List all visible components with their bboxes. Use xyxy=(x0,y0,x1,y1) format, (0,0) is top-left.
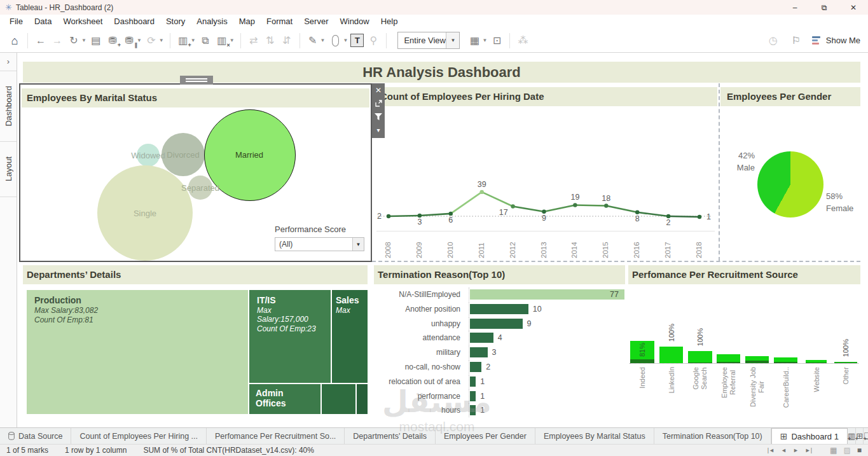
sheet-tab-data-source[interactable]: Data Source xyxy=(0,428,71,444)
line-segment[interactable] xyxy=(389,216,420,216)
menu-item-format[interactable]: Format xyxy=(261,15,298,29)
treemap-cell-it-is[interactable]: IT/ISMax Salary:157,000Count Of Emp:23 xyxy=(249,290,331,383)
bar-linkedin[interactable] xyxy=(659,347,683,363)
show-marks-button[interactable]: ▦▼ xyxy=(467,34,487,48)
chevron-down-icon[interactable]: ▼ xyxy=(482,38,487,43)
bar-hours[interactable] xyxy=(470,405,476,415)
line-segment[interactable] xyxy=(606,206,637,212)
bar-website[interactable] xyxy=(806,360,827,363)
minimize-button[interactable]: – xyxy=(780,0,809,15)
menu-item-story[interactable]: Story xyxy=(160,15,191,29)
panel-drag-handle[interactable] xyxy=(180,76,213,85)
bar-careerbuild[interactable] xyxy=(774,357,797,363)
line-segment[interactable] xyxy=(544,205,575,211)
bar-no-call-no-show[interactable] xyxy=(470,362,481,372)
use-as-filter-button[interactable] xyxy=(372,110,385,123)
treemap-cell-admin-offices[interactable]: Admin Offices xyxy=(249,384,320,414)
sidebar-tab-layout[interactable]: Layout xyxy=(0,142,17,197)
chevron-down-icon[interactable]: ▼ xyxy=(81,38,86,43)
home-button[interactable]: ⌂ xyxy=(8,34,22,48)
bar-performance[interactable] xyxy=(470,391,476,401)
line-segment[interactable] xyxy=(668,216,699,217)
restore-button[interactable]: ⧉ xyxy=(809,0,839,15)
sheet-tab-count-of-employees-per-hiring[interactable]: Count of Employees Per Hiring ... xyxy=(71,428,207,444)
treemap-cell-item[interactable] xyxy=(357,384,368,414)
clear-sheet-button[interactable]: ▥×▼ xyxy=(215,34,235,48)
chevron-down-icon[interactable]: ▼ xyxy=(343,38,348,43)
line-segment[interactable] xyxy=(451,192,482,214)
close-button[interactable]: ✕ xyxy=(372,83,385,97)
sheet-tab-dashboard-1[interactable]: ⊞Dashboard 1 xyxy=(771,428,848,444)
filter-dropdown[interactable]: (All) ▼ xyxy=(275,237,364,251)
treemap-cell-sales[interactable]: SalesMax xyxy=(332,290,368,383)
bar-military[interactable] xyxy=(470,347,488,357)
view-mode-icon[interactable]: ▨ xyxy=(843,446,850,455)
menu-item-data[interactable]: Data xyxy=(29,15,57,29)
page-nav-button[interactable]: ► xyxy=(793,447,799,453)
highlight-pen-button[interactable]: ✎▼ xyxy=(306,34,326,48)
sheet-tab-termination-reason-top-10[interactable]: Termination Reason(Top 10) xyxy=(654,428,771,444)
line-segment[interactable] xyxy=(513,207,544,212)
show-mark-labels-button[interactable]: T xyxy=(350,34,364,47)
page-nav-button[interactable]: ►| xyxy=(805,447,812,453)
view-mode-icon[interactable]: ▦ xyxy=(830,446,837,455)
sheet-tab-employees-per-gender[interactable]: Employees Per Gender xyxy=(436,428,535,444)
chevron-down-icon[interactable]: ▼ xyxy=(230,38,235,43)
sidebar-tab-dashboard[interactable]: Dashboard xyxy=(0,71,17,141)
chevron-down-icon[interactable]: ▼ xyxy=(191,38,196,43)
data-point-2018[interactable] xyxy=(698,215,701,219)
chevron-down-icon[interactable]: ▼ xyxy=(320,38,326,43)
new-data-source-button[interactable]: ⛃+ xyxy=(106,34,120,48)
bar-n-a-stillemployed[interactable] xyxy=(470,289,624,300)
menu-item-worksheet[interactable]: Worksheet xyxy=(57,15,108,29)
line-segment[interactable] xyxy=(637,212,668,216)
menu-item-map[interactable]: Map xyxy=(233,15,261,29)
data-point-2014[interactable] xyxy=(573,203,577,207)
data-point-2008[interactable] xyxy=(387,214,390,218)
menu-item-dashboard[interactable]: Dashboard xyxy=(108,15,160,29)
sheet-tab-departments-details[interactable]: Departments' Details xyxy=(345,428,436,444)
close-button[interactable]: ✕ xyxy=(839,0,868,15)
chevron-down-icon[interactable]: ▼ xyxy=(446,32,459,48)
menu-item-analysis[interactable]: Analysis xyxy=(191,15,233,29)
duplicate-sheet-button[interactable]: ⧉ xyxy=(198,34,212,48)
fit-selector[interactable]: Entire View ▼ xyxy=(397,32,460,49)
back-arrow-button[interactable]: ← xyxy=(34,34,48,48)
save-button[interactable]: ▤ xyxy=(89,34,103,48)
redo-button[interactable]: ↻▼ xyxy=(67,34,86,48)
bar-other[interactable] xyxy=(834,362,857,363)
menu-item-file[interactable]: File xyxy=(4,15,29,29)
sidebar-expand-chevron-icon[interactable]: › xyxy=(0,53,17,71)
page-nav-button[interactable]: |◄ xyxy=(768,447,775,453)
treemap-cell-production[interactable]: ProductionMax Salary:83,082Count Of Emp:… xyxy=(27,290,248,414)
menu-item-help[interactable]: Help xyxy=(375,15,404,29)
bar-attendance[interactable] xyxy=(470,333,493,343)
line-segment[interactable] xyxy=(482,192,513,207)
new-story-button[interactable]: ❏+ xyxy=(864,428,868,444)
more-options-button[interactable]: ▾ xyxy=(372,123,385,137)
bar-google-search[interactable] xyxy=(688,351,712,363)
data-point-2011[interactable] xyxy=(480,190,484,194)
bar-relocation-out-of-area[interactable] xyxy=(470,377,476,387)
show-me-button[interactable]: Show Me xyxy=(812,36,860,45)
sheet-tab-employees-by-marital-status[interactable]: Employees By Marital Status xyxy=(535,428,654,444)
treemap-cell-item[interactable] xyxy=(322,384,355,414)
paperclip-button[interactable]: ▼ xyxy=(328,35,348,46)
chevron-down-icon[interactable]: ▼ xyxy=(159,38,164,43)
data-point-2015[interactable] xyxy=(604,204,608,207)
bar-unhappy[interactable] xyxy=(470,319,523,329)
sheet-tab-perfomance-per-recruitment-so[interactable]: Perfomance Per Recruitment So... xyxy=(207,428,345,444)
menu-item-window[interactable]: Window xyxy=(334,15,375,29)
new-dashboard-button[interactable]: ⊞+ xyxy=(856,428,864,444)
go-to-sheet-button[interactable] xyxy=(372,97,385,110)
bar-employee-referral[interactable] xyxy=(717,354,740,363)
view-mode-icon[interactable]: ■ xyxy=(857,446,862,455)
chevron-down-icon[interactable]: ▼ xyxy=(137,38,142,43)
line-segment[interactable] xyxy=(420,214,451,216)
pie-chart[interactable] xyxy=(757,151,823,218)
new-worksheet-button[interactable]: ▥+▼ xyxy=(176,34,196,48)
bar-another-position[interactable] xyxy=(470,304,528,314)
chevron-down-icon[interactable]: ▼ xyxy=(352,238,364,251)
pause-auto-updates-button[interactable]: ⛃∥▼ xyxy=(122,34,142,48)
menu-item-server[interactable]: Server xyxy=(298,15,334,29)
